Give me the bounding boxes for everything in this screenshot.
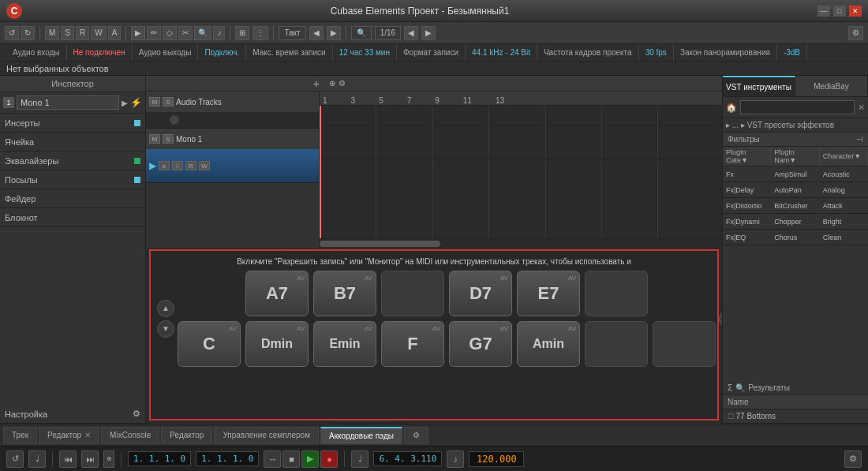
- inserts-item[interactable]: Инсерты: [0, 114, 145, 133]
- a-button[interactable]: A: [108, 26, 122, 40]
- vst-name-item-0[interactable]: ☐ 77 Bottoms: [723, 409, 868, 424]
- undo-button[interactable]: ↺: [5, 26, 19, 40]
- track-name[interactable]: Mono 1: [17, 95, 119, 110]
- fader-item[interactable]: Фейдер: [0, 189, 145, 208]
- vst-row-4[interactable]: Fx|EQ Chorus Clean: [723, 230, 868, 245]
- maximize-button[interactable]: □: [833, 6, 846, 17]
- audio-tracks-s-btn[interactable]: S: [163, 97, 174, 107]
- tab-sampler[interactable]: Управление семплером: [214, 427, 319, 444]
- chord-pad-g7[interactable]: AV G7: [449, 321, 512, 367]
- w-button[interactable]: W: [91, 26, 106, 40]
- transport-cycle-btn[interactable]: ↺: [6, 450, 24, 468]
- track-power-icon[interactable]: ⚡: [130, 97, 142, 108]
- vst-row-2[interactable]: Fx|Distortio BitCrusher Attack: [723, 198, 868, 214]
- close-button[interactable]: ✕: [849, 6, 862, 17]
- tab-editor-1[interactable]: Редактор ✕: [39, 427, 99, 444]
- draw-tool[interactable]: ✏: [147, 26, 161, 40]
- chord-pad-empty-1[interactable]: [381, 271, 444, 316]
- chord-pad-amin[interactable]: AV Amin: [517, 321, 580, 367]
- mono1-ctrl-r[interactable]: R: [185, 161, 196, 170]
- add-track-button[interactable]: +: [313, 77, 320, 90]
- transport-tempo-display[interactable]: 120.000: [469, 451, 524, 467]
- tab-chord-pads[interactable]: Аккордовые пэды: [320, 427, 402, 444]
- transport-play-btn[interactable]: ▶: [301, 450, 319, 468]
- tab-track[interactable]: Трек: [3, 427, 37, 444]
- vst-col-character[interactable]: Character▼: [820, 147, 868, 166]
- eq-item[interactable]: Эквалайзеры: [0, 151, 145, 170]
- takt-prev[interactable]: ◀: [309, 26, 324, 40]
- mono1-ctrl-circle[interactable]: ○: [172, 161, 183, 170]
- timeline-content[interactable]: [320, 106, 722, 238]
- tab-mixconsole[interactable]: MixConsole: [101, 427, 159, 444]
- not-connected-label[interactable]: Не подключен: [67, 44, 133, 61]
- transport-fwd-btn[interactable]: ⏭: [81, 450, 99, 468]
- audio-out-label[interactable]: Аудио выходы: [133, 44, 199, 61]
- mono1-s-btn[interactable]: S: [163, 134, 174, 144]
- track-arrow[interactable]: ▶: [122, 99, 128, 107]
- chord-pad-dmin[interactable]: AV Dmin: [245, 321, 309, 367]
- timeline-scrollbar[interactable]: [320, 238, 722, 248]
- mono1-m-btn[interactable]: M: [149, 134, 160, 144]
- chord-pad-a7[interactable]: AV A7: [245, 271, 309, 316]
- transport-metronome-btn[interactable]: ♩: [28, 450, 46, 468]
- transport-record-btn[interactable]: ●: [320, 450, 338, 468]
- s-button[interactable]: S: [61, 26, 74, 40]
- vst-row-1[interactable]: Fx|Delay AutoPan Analog: [723, 182, 868, 198]
- transport-extra-1[interactable]: ⊕: [103, 450, 114, 468]
- audio-in-label[interactable]: Аудио входы: [6, 44, 67, 61]
- speaker-tool[interactable]: ♪: [213, 26, 225, 40]
- tab-editor-1-close[interactable]: ✕: [84, 431, 91, 439]
- chord-pad-emin[interactable]: AV Emin: [313, 321, 376, 367]
- transport-loop-icon[interactable]: ↔: [264, 450, 281, 468]
- chord-pad-b7[interactable]: AV B7: [313, 271, 376, 316]
- grid-button[interactable]: ⊞: [235, 26, 249, 40]
- chord-pad-f[interactable]: AV F: [381, 321, 444, 367]
- mono1-ctrl-w[interactable]: W: [199, 161, 210, 170]
- erase-tool[interactable]: ◇: [163, 26, 177, 40]
- chord-down-btn[interactable]: ▼: [157, 320, 174, 338]
- cut-tool[interactable]: ✂: [178, 26, 193, 40]
- transport-stop-btn[interactable]: ■: [282, 450, 300, 468]
- takt-next[interactable]: ▶: [327, 26, 341, 40]
- chord-pad-d7[interactable]: AV D7: [449, 271, 512, 316]
- vst-nav[interactable]: ▸ ... ▸ VST пресеты эффектов: [723, 118, 868, 133]
- chord-pad-c[interactable]: AV C: [178, 321, 241, 367]
- vst-search-clear-icon[interactable]: ✕: [858, 103, 865, 113]
- chord-pad-empty-3[interactable]: [585, 321, 648, 367]
- chord-pad-e7[interactable]: AV E7: [517, 271, 580, 316]
- vst-instruments-tab[interactable]: VST инструменты: [723, 76, 795, 96]
- audio-tracks-m-btn[interactable]: M: [149, 97, 160, 107]
- transport-config-btn[interactable]: ⚙: [844, 450, 862, 468]
- vst-row-0[interactable]: Fx AmpSimul Acoustic: [723, 166, 868, 182]
- r-button[interactable]: R: [76, 26, 89, 40]
- chord-pad-empty-4[interactable]: [653, 321, 716, 367]
- tab-settings[interactable]: ⚙: [404, 427, 428, 444]
- mediabay-tab[interactable]: MediaBay: [795, 76, 868, 96]
- vst-filter-expand-icon[interactable]: ⊣: [856, 135, 863, 144]
- mono1-arrow[interactable]: ▶: [149, 160, 156, 171]
- redo-button[interactable]: ↻: [21, 26, 35, 40]
- snap-button[interactable]: ⋮: [253, 26, 268, 40]
- division-value[interactable]: 1/16: [375, 26, 401, 40]
- m-button[interactable]: M: [45, 26, 59, 40]
- yacheika-item[interactable]: Ячейка: [0, 133, 145, 151]
- settings-item[interactable]: Настройка ⚙: [0, 405, 145, 424]
- vst-search-input[interactable]: [740, 100, 855, 114]
- vst-col-name[interactable]: PlugIn Nam▼: [771, 147, 819, 166]
- settings-button[interactable]: ⚙: [848, 26, 863, 40]
- sends-item[interactable]: Посылы: [0, 170, 145, 189]
- chord-pad-empty-2[interactable]: [585, 271, 648, 316]
- mono1-ctrl-e[interactable]: e: [159, 161, 170, 170]
- connected-label[interactable]: Подключ.: [198, 44, 246, 61]
- tab-editor-2[interactable]: Редактор: [161, 427, 212, 444]
- zoom-tool[interactable]: 🔍: [194, 26, 211, 40]
- division-prev[interactable]: ◀: [404, 26, 418, 40]
- vst-col-category[interactable]: PlugIn Cate▼: [723, 147, 771, 166]
- notepad-item[interactable]: Блокнот: [0, 208, 145, 227]
- chord-up-btn[interactable]: ▲: [157, 300, 174, 317]
- select-tool[interactable]: ▶: [131, 26, 145, 40]
- minimize-button[interactable]: —: [817, 6, 830, 17]
- vst-row-3[interactable]: Fx|Dynami Chopper Bright: [723, 214, 868, 230]
- division-next[interactable]: ▶: [421, 26, 436, 40]
- transport-rewind-btn[interactable]: ⏮: [59, 450, 77, 468]
